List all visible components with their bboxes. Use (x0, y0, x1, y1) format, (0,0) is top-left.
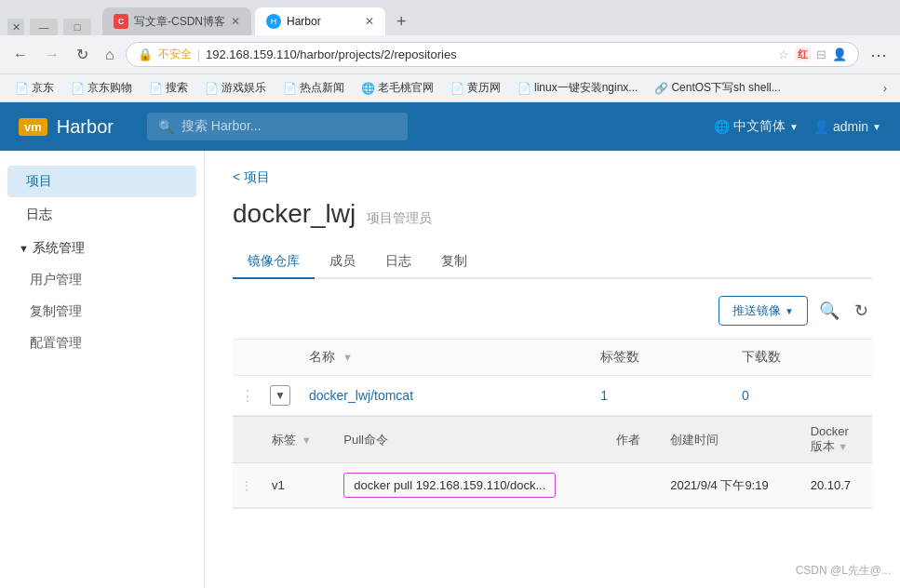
harbor-logo-area: vm Harbor (19, 116, 114, 138)
tab-members[interactable]: 成员 (315, 246, 370, 279)
address-bar[interactable]: 🔒 不安全 | 192.168.159.110/harbor/projects/… (126, 42, 859, 67)
tab-harbor[interactable]: H Harbor ✕ (255, 7, 385, 35)
sort-icon[interactable]: ▼ (343, 352, 353, 363)
col-tags-header: 标签数 (589, 340, 731, 376)
bookmark-news[interactable]: 📄 热点新闻 (275, 78, 352, 98)
tag-row: ⋮ v1 docker pull 192.168.159.110/ (233, 463, 872, 508)
tag-sort-icon[interactable]: ▼ (302, 434, 312, 446)
harbor-app: vm Harbor 🔍 搜索 Harbor... 🌐 中文简体 ▼ 👤 admi… (0, 102, 900, 588)
repo-name-link[interactable]: docker_lwj/tomcat (309, 388, 413, 403)
tab-csdn[interactable]: C 写文章-CSDN博客 ✕ (102, 7, 251, 35)
dv-sort-icon[interactable]: ▼ (838, 441, 848, 452)
expand-system-icon: ▼ (19, 243, 29, 254)
push-image-btn[interactable]: 推送镜像 ▼ (719, 296, 808, 326)
tab-registry[interactable]: 镜像仓库 (233, 246, 315, 279)
sidebar-item-system[interactable]: ▼ 系统管理 (0, 233, 204, 264)
home-btn[interactable]: ⌂ (100, 43, 120, 67)
globe-icon: 🌐 (714, 119, 730, 134)
row-drag-handle[interactable]: ⋮ (240, 388, 255, 404)
lang-chevron-icon: ▼ (789, 122, 799, 132)
cast-icon[interactable]: ⊟ (816, 47, 826, 61)
user-icon: 👤 (813, 119, 829, 134)
tag-count: 1 (600, 388, 608, 403)
watermark: CSDN @L先生@... (796, 563, 891, 579)
reload-btn[interactable]: ↻ (71, 42, 94, 67)
col-tag-header: 标签 ▼ (261, 417, 332, 463)
harbor-search-bar[interactable]: 🔍 搜索 Harbor... (147, 113, 408, 140)
search-icon: 🔍 (158, 119, 174, 134)
bookmark-icon: 📄 (149, 82, 163, 95)
tag-label: v1 (272, 478, 285, 492)
lang-selector[interactable]: 🌐 中文简体 ▼ (714, 118, 799, 135)
bookmark-icon: 📄 (205, 82, 219, 95)
col-downloads-header: 下载数 (731, 340, 872, 376)
back-btn[interactable]: ← (7, 43, 34, 67)
harbor-brand-name: Harbor (57, 116, 114, 138)
bookmark-icon: 📄 (517, 82, 531, 95)
repo-table-header: 名称 ▼ 标签数 下载数 (233, 340, 872, 376)
harbor-tab-bar: 镜像仓库 成员 日志 复制 (233, 246, 872, 279)
address-bar-row: ← → ↻ ⌂ 🔒 不安全 | 192.168.159.110/harbor/p… (0, 35, 900, 74)
sidebar-item-logs[interactable]: 日志 (7, 199, 196, 231)
bookmark-maotao[interactable]: 🌐 老毛桃官网 (354, 78, 441, 98)
bookmark-icon: 🌐 (361, 82, 375, 95)
address-separator: | (197, 47, 200, 61)
harbor-nav-right: 🌐 中文简体 ▼ 👤 admin ▼ (714, 118, 881, 135)
bookmark-centos[interactable]: 🔗 CentOS下写sh shell... (647, 78, 787, 98)
bookmark-nginx[interactable]: 📄 linux一键安装nginx... (510, 78, 645, 98)
browser-window: ✕ — □ C 写文章-CSDN博客 ✕ H Harbor ✕ + ← → ↻ … (0, 0, 900, 588)
col-author-header: 作者 (605, 417, 659, 463)
col-docker-version-header: Docker版本 ▼ (799, 417, 872, 463)
sub-table-header: 标签 ▼ Pull命令 作者 创建时间 Docker版本 (233, 417, 872, 463)
forward-btn[interactable]: → (39, 43, 65, 67)
harbor-main: 项目 日志 ▼ 系统管理 用户管理 复制管理 配置管理 (0, 151, 900, 588)
push-chevron-icon: ▼ (785, 306, 794, 316)
user-chevron-icon: ▼ (872, 122, 881, 132)
repo-row: ⋮ ▼ docker_lwj/tomcat 1 (233, 376, 872, 416)
bookmark-icon: 📄 (15, 82, 29, 95)
tag-sub-table: 标签 ▼ Pull命令 作者 创建时间 Docker版本 (233, 416, 872, 508)
expand-repo-btn[interactable]: ▼ (270, 385, 290, 406)
tag-created: 2021/9/4 下午9:19 (670, 478, 769, 492)
bookmark-almanac[interactable]: 📄 黄历网 (443, 78, 508, 98)
bookmarks-more-btn[interactable]: › (878, 80, 893, 97)
bookmark-search[interactable]: 📄 搜索 (141, 78, 195, 98)
address-text[interactable]: 192.168.159.110/harbor/projects/2/reposi… (206, 47, 772, 61)
lang-label: 中文简体 (733, 118, 786, 135)
search-btn[interactable]: 🔍 (815, 297, 843, 325)
harbor-sidebar: 项目 日志 ▼ 系统管理 用户管理 复制管理 配置管理 (0, 151, 205, 588)
account-icon[interactable]: 👤 (832, 47, 847, 61)
tag-docker-version: 20.10.7 (811, 478, 851, 492)
project-name: docker_lwj (233, 199, 356, 229)
bookmark-jd-shop[interactable]: 📄 京东购物 (63, 78, 140, 98)
tab-harbor-close[interactable]: ✕ (365, 15, 374, 28)
bookmark-icon: 📄 (283, 82, 297, 95)
download-count: 0 (742, 388, 749, 403)
tag-row-drag-handle[interactable]: ⋮ (240, 478, 253, 493)
bookmark-jd[interactable]: 📄 京东 (7, 78, 61, 98)
more-btn[interactable]: ⋯ (865, 41, 893, 69)
bookmark-games[interactable]: 📄 游戏娱乐 (197, 78, 274, 98)
win-close-btn[interactable]: ✕ (7, 19, 24, 35)
tab-logs[interactable]: 日志 (370, 246, 426, 279)
extension-icon[interactable]: 红 (795, 47, 811, 61)
tab-csdn-close[interactable]: ✕ (231, 15, 240, 28)
star-icon[interactable]: ☆ (778, 47, 789, 61)
search-placeholder-text: 搜索 Harbor... (181, 118, 262, 135)
user-menu[interactable]: 👤 admin ▼ (813, 119, 881, 134)
new-tab-btn[interactable]: + (389, 7, 414, 35)
project-header: docker_lwj 项目管理员 (233, 199, 872, 229)
refresh-btn[interactable]: ↻ (851, 297, 872, 325)
not-secure-label: 不安全 (158, 47, 192, 62)
tab-harbor-label: Harbor (287, 15, 321, 28)
sidebar-item-config-mgmt[interactable]: 配置管理 (0, 327, 204, 359)
harbor-content: < 项目 docker_lwj 项目管理员 镜像仓库 成员 日志 (205, 151, 900, 588)
sidebar-item-replication-mgmt[interactable]: 复制管理 (0, 296, 204, 327)
csdn-favicon: C (114, 14, 128, 29)
lock-icon: 🔒 (138, 47, 153, 61)
pull-cmd-box[interactable]: docker pull 192.168.159.110/dock... (343, 473, 556, 498)
tab-replication[interactable]: 复制 (426, 246, 482, 279)
sidebar-item-projects[interactable]: 项目 (7, 166, 196, 197)
sidebar-item-user-mgmt[interactable]: 用户管理 (0, 264, 204, 296)
breadcrumb[interactable]: < 项目 (233, 169, 872, 186)
